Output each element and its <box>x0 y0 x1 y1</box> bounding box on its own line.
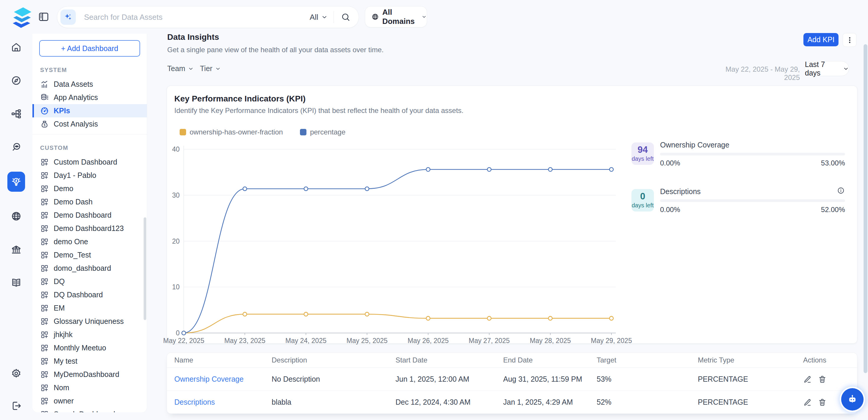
sidebar-item[interactable]: Nom <box>32 381 147 394</box>
date-range-text: May 22, 2025 - May 29, 2025 <box>711 65 800 82</box>
dashboard-add-icon <box>40 304 49 313</box>
kpi-table-card: Name Description Start Date End Date Tar… <box>167 353 857 414</box>
team-filter-dropdown[interactable]: Team <box>167 64 194 73</box>
rail-item[interactable] <box>7 72 25 89</box>
sidebar-item-label: jhkjhk <box>54 330 72 339</box>
domains-dropdown[interactable]: All Domains <box>365 6 427 27</box>
tier-filter-dropdown[interactable]: Tier <box>200 64 221 73</box>
rail-item[interactable] <box>7 207 25 225</box>
sidebar-item[interactable]: My test <box>32 355 147 368</box>
add-dashboard-button[interactable]: + Add Dashboard <box>39 40 140 57</box>
sidebar-scrollbar-thumb[interactable] <box>144 217 146 320</box>
rail-item[interactable] <box>7 172 25 192</box>
team-filter-label: Team <box>167 64 185 73</box>
rail-item[interactable] <box>7 38 25 56</box>
sidebar-item[interactable]: domo_dashboard <box>32 262 147 275</box>
sidebar-item[interactable]: KPIs <box>32 104 147 117</box>
svg-text:May 22, 2025: May 22, 2025 <box>163 337 204 344</box>
rail-item[interactable] <box>7 397 25 415</box>
more-options-button[interactable] <box>843 33 857 47</box>
dashboard-add-icon <box>40 384 49 392</box>
ai-search-button[interactable] <box>60 9 76 25</box>
legend-item[interactable]: percentage <box>300 128 345 136</box>
dashboard-add-icon <box>40 317 49 326</box>
sidebar-item[interactable]: $ Cost Analysis <box>32 117 147 131</box>
sidebar-item[interactable]: MyDemoDashboard <box>32 368 147 381</box>
sidebar-item[interactable]: demo One <box>32 235 147 248</box>
info-icon[interactable] <box>837 187 845 194</box>
sidebar-toggle-button[interactable] <box>38 11 50 23</box>
kpi-target: 53% <box>597 375 698 384</box>
chart-legend: ownership-has-owner-fraction percentage <box>180 128 345 136</box>
sidebar-item-label: Demo Dashboard <box>54 211 112 219</box>
sidebar-item[interactable]: DQ Dashboard <box>32 288 147 301</box>
compass-icon <box>11 75 22 86</box>
add-kpi-button[interactable]: Add KPI <box>803 33 838 46</box>
rail-item[interactable] <box>7 365 25 382</box>
sidebar-item-label: My test <box>54 357 78 365</box>
sidebar-item-label: demo One <box>54 237 88 246</box>
col-actions: Actions <box>803 356 857 364</box>
sidebar-item[interactable]: Demo Dash <box>32 195 147 209</box>
dashboard-add-icon <box>40 291 49 299</box>
days-left-label: days left <box>632 155 654 162</box>
summary-title: Ownership Coverage <box>660 141 730 149</box>
search-icon[interactable] <box>341 12 350 22</box>
sidebar-item[interactable]: Day1 - Pablo <box>32 169 147 182</box>
search-bar[interactable]: Search for Data Assets All <box>57 6 359 28</box>
sidebar-item[interactable]: Demo Dashboard123 <box>32 222 147 235</box>
sidebar-item[interactable]: jhkjhk <box>32 328 147 341</box>
progress-current: 0.00% <box>660 206 680 214</box>
days-left-box: 0 days left <box>631 189 654 211</box>
kpi-card: Key Performance Indicators (KPI) Identif… <box>167 86 857 343</box>
insights-icon <box>11 176 22 187</box>
sidebar-item[interactable]: Monthly Meetuo <box>32 341 147 355</box>
search-input[interactable]: Search for Data Assets <box>84 13 310 22</box>
sidebar-item-label: Custom Dashboard <box>54 158 117 167</box>
range-selector-dropdown[interactable]: Last 7 days <box>805 61 849 76</box>
dashboard-add-icon <box>40 171 49 180</box>
dashboard-add-icon <box>40 343 49 353</box>
edit-icon[interactable] <box>803 375 812 384</box>
chatbot-button[interactable] <box>841 388 864 411</box>
sidebar-item[interactable]: App Analytics <box>32 91 147 104</box>
days-left-value: 94 <box>638 145 648 154</box>
sidebar-item[interactable]: Search Dashboard <box>32 408 147 412</box>
sidebar-item[interactable]: Demo Dashboard <box>32 209 147 222</box>
chart-icon <box>40 80 49 89</box>
panel-toggle-icon <box>38 11 50 23</box>
dashboard-add-icon <box>40 211 49 220</box>
sidebar-item[interactable]: Demo_Test <box>32 248 147 262</box>
kebab-menu-icon <box>846 36 854 44</box>
legend-label: ownership-has-owner-fraction <box>190 128 283 136</box>
search-scope-dropdown[interactable]: All <box>310 13 328 22</box>
legend-item[interactable]: ownership-has-owner-fraction <box>180 128 283 136</box>
sidebar-item[interactable]: owner <box>32 394 147 408</box>
sidebar-item-label: Nom <box>54 384 69 392</box>
chevron-down-icon <box>188 66 194 72</box>
rail-item[interactable] <box>7 274 25 292</box>
bank-icon <box>11 244 22 255</box>
sidebar-item[interactable]: Demo <box>32 182 147 195</box>
rail-item[interactable] <box>7 241 25 258</box>
main-scrollbar-thumb[interactable] <box>864 44 867 373</box>
sidebar-item[interactable]: EM <box>32 301 147 315</box>
sidebar-item[interactable]: DQ <box>32 275 147 288</box>
rail-item[interactable] <box>7 138 25 156</box>
table-row: Ownership Coverage No Description Jun 1,… <box>167 368 857 391</box>
search-divider <box>334 11 334 23</box>
sidebar-item[interactable]: Custom Dashboard <box>32 155 147 169</box>
kpi-name-link[interactable]: Descriptions <box>174 398 272 407</box>
delete-icon[interactable] <box>818 375 827 384</box>
days-left-label: days left <box>632 202 654 209</box>
rail-item[interactable] <box>7 105 25 123</box>
kpi-name-link[interactable]: Ownership Coverage <box>174 375 272 384</box>
sidebar-item[interactable]: Glossary Uniqueness <box>32 315 147 328</box>
sidebar-item[interactable]: Data Assets <box>32 78 147 91</box>
col-start-date: Start Date <box>396 356 503 364</box>
table-row: Descriptions blabla Dec 12, 2024, 4:30 A… <box>167 391 857 414</box>
globe-icon <box>372 12 379 21</box>
delete-icon[interactable] <box>818 398 827 407</box>
edit-icon[interactable] <box>803 398 812 407</box>
dashboard-add-icon <box>40 330 49 339</box>
